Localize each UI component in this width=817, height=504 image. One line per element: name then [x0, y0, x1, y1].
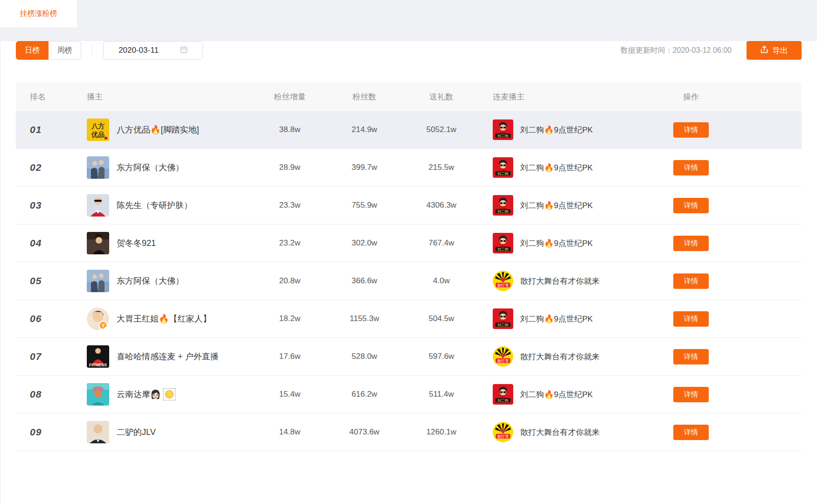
detail-button[interactable]: 详情 [673, 273, 709, 289]
broadcaster-name[interactable]: 东方阿保（大佛） [117, 275, 184, 287]
table-row: 03 陈先生（专研护肤） 23.3w 755.9w 4306.3w 刘二狗 刘二… [16, 187, 802, 224]
detail-button[interactable]: 详情 [673, 349, 709, 364]
detail-button[interactable]: 详情 [673, 122, 709, 138]
table-row: 05 东方阿保（大佛） 20.8w 366.6w 4.0w 散打哥 散打大舞台有… [16, 262, 802, 300]
linked-broadcaster-name[interactable]: 散打大舞台有才你就来 [520, 351, 600, 362]
rank-cell: 03 [16, 200, 67, 211]
broadcaster-avatar[interactable]: V [87, 308, 109, 330]
linked-avatar[interactable]: 刘二狗 [493, 308, 513, 329]
linked-broadcaster-name[interactable]: 散打大舞台有才你就来 [520, 427, 600, 438]
linked-broadcaster-name[interactable]: 刘二狗🔥9点世纪PK [520, 162, 593, 173]
gifts-value: 511.4w [404, 390, 479, 399]
linked-avatar[interactable]: 刘二狗 [493, 233, 513, 253]
broadcaster-name[interactable]: 大胃王红姐🔥【红家人】 [117, 313, 211, 324]
linked-broadcaster-cell: 刘二狗 刘二狗🔥9点世纪PK [479, 308, 665, 329]
table-body: 01 八方优品 八方优品🔥[脚踏实地] 38.8w 214.9w 5052.1w… [16, 111, 802, 451]
tab-bar: 挂榜涨粉榜 [0, 0, 817, 28]
rank-number: 02 [30, 162, 42, 173]
svg-text:散打哥: 散打哥 [497, 434, 510, 439]
broadcaster-avatar[interactable] [87, 270, 109, 292]
rank-cell: 08 [16, 389, 67, 400]
detail-button[interactable]: 详情 [673, 387, 709, 402]
linked-broadcaster-cell: 刘二狗 刘二狗🔥9点世纪PK [479, 384, 665, 405]
broadcaster-avatar[interactable] [87, 232, 109, 254]
fans-total-value: 399.7w [325, 163, 404, 172]
broadcaster-cell: 东方阿保（大佛） [67, 156, 255, 179]
fans-total-value: 1155.3w [325, 314, 404, 323]
fans-increase-value: 28.9w [255, 163, 325, 172]
linked-broadcaster-name[interactable]: 刘二狗🔥9点世纪PK [520, 125, 593, 135]
linked-broadcaster-cell: 刘二狗 刘二狗🔥9点世纪PK [479, 119, 665, 140]
broadcaster-cell: 贺冬冬921 [67, 232, 255, 254]
gifts-value: 597.6w [404, 352, 479, 361]
broadcaster-avatar[interactable] [87, 194, 109, 217]
linked-avatar[interactable]: 刘二狗 [493, 384, 513, 405]
header-fans-total: 粉丝数 [325, 91, 404, 102]
weekly-rank-button[interactable]: 周榜 [49, 41, 81, 60]
table-row: 01 八方优品 八方优品🔥[脚踏实地] 38.8w 214.9w 5052.1w… [16, 111, 802, 149]
broadcaster-avatar[interactable] [87, 156, 109, 179]
header-broadcaster: 播主 [67, 91, 255, 102]
broadcaster-avatar[interactable]: FITNESS [87, 345, 109, 368]
linked-avatar[interactable]: 刘二狗 [493, 157, 513, 178]
action-cell: 详情 [665, 387, 717, 402]
detail-button[interactable]: 详情 [673, 311, 709, 327]
action-cell: 详情 [665, 273, 717, 289]
broadcaster-name[interactable]: 喜哈哈情感连麦 + 户外直播 [117, 351, 219, 362]
broadcaster-name[interactable]: 贺冬冬921 [117, 238, 156, 249]
broadcaster-name[interactable]: 陈先生（专研护肤） [117, 200, 192, 211]
header-rank: 排名 [16, 91, 67, 102]
broadcaster-avatar[interactable] [87, 421, 109, 443]
action-cell: 详情 [665, 122, 717, 138]
svg-text:优品: 优品 [91, 131, 105, 138]
broadcaster-name[interactable]: 二驴的JLV [117, 427, 156, 438]
rank-number: 06 [30, 313, 42, 324]
tab-hanging-fans-rank[interactable]: 挂榜涨粉榜 [0, 0, 77, 28]
linked-avatar[interactable]: 刘二狗 [493, 119, 513, 140]
svg-text:刘二狗: 刘二狗 [497, 323, 508, 327]
linked-avatar[interactable]: 刘二狗 [493, 195, 513, 216]
broadcaster-name[interactable]: 云南达摩👩🏻 [117, 389, 161, 400]
table-row: 07 FITNESS 喜哈哈情感连麦 + 户外直播 17.6w 528.0w 5… [16, 338, 802, 376]
data-update-time: 数据更新时间：2020-03-12 06:00 [621, 46, 732, 56]
daily-rank-button[interactable]: 日榜 [16, 41, 49, 60]
linked-avatar[interactable]: 散打哥 [493, 422, 513, 442]
action-cell: 详情 [665, 311, 717, 327]
fans-increase-value: 18.2w [255, 314, 325, 323]
fans-increase-value: 15.4w [255, 390, 325, 399]
rank-cell: 06 [16, 313, 67, 324]
linked-broadcaster-name[interactable]: 散打大舞台有才你就来 [520, 276, 600, 287]
linked-avatar[interactable]: 散打哥 [493, 271, 513, 291]
action-cell: 详情 [665, 198, 717, 213]
svg-text:刘二狗: 刘二狗 [497, 247, 508, 252]
rank-number: 09 [30, 427, 42, 437]
linked-avatar[interactable]: 散打哥 [493, 346, 513, 367]
update-time-label: 数据更新时间： [621, 46, 673, 54]
detail-button[interactable]: 详情 [673, 425, 709, 440]
broadcaster-name[interactable]: 东方阿保（大佛） [117, 162, 184, 173]
export-button[interactable]: 导出 [747, 41, 802, 60]
linked-broadcaster-name[interactable]: 刘二狗🔥9点世纪PK [520, 389, 593, 400]
fans-total-value: 4073.6w [325, 427, 404, 437]
detail-button[interactable]: 详情 [673, 198, 709, 213]
header-gifts: 送礼数 [404, 91, 479, 102]
linked-broadcaster-name[interactable]: 刘二狗🔥9点世纪PK [520, 314, 593, 324]
broadcaster-avatar[interactable]: 八方优品 [87, 119, 109, 141]
rank-cell: 01 [16, 124, 67, 135]
detail-button[interactable]: 详情 [673, 160, 709, 175]
fans-total-value: 616.2w [325, 390, 404, 399]
gifts-value: 504.5w [404, 314, 479, 323]
daily-rank-label: 日榜 [25, 46, 40, 56]
rank-number: 07 [30, 351, 42, 362]
action-cell: 详情 [665, 160, 717, 175]
linked-broadcaster-name[interactable]: 刘二狗🔥9点世纪PK [520, 200, 593, 211]
ranking-table: 排名 播主 粉丝增量 粉丝数 送礼数 连麦播主 操作 01 八方优品 八方优品🔥… [16, 82, 802, 451]
linked-broadcaster-name[interactable]: 刘二狗🔥9点世纪PK [520, 238, 593, 249]
fans-total-value: 214.9w [325, 125, 404, 134]
broadcaster-avatar[interactable] [87, 383, 109, 406]
detail-button[interactable]: 详情 [673, 236, 709, 251]
date-picker[interactable]: 2020-03-11 [103, 41, 203, 60]
svg-text:刘二狗: 刘二狗 [497, 399, 508, 403]
rank-number: 04 [30, 238, 42, 248]
broadcaster-name[interactable]: 八方优品🔥[脚踏实地] [117, 124, 199, 135]
